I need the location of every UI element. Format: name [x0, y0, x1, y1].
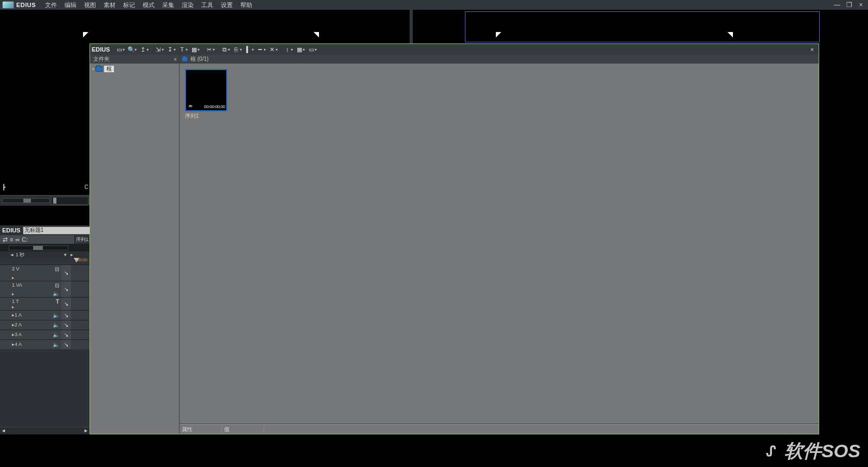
track-header[interactable]: ▸1 A🔈	[0, 311, 61, 320]
track-right-icon[interactable]: ⊟	[55, 282, 59, 288]
folder-tab[interactable]: 文件夹 ×	[90, 55, 179, 64]
track-patch-button[interactable]: ↘	[61, 311, 71, 320]
clip-thumbnail[interactable]: ≐ 00:00:00;00	[185, 69, 227, 111]
menu-设置[interactable]: 设置	[221, 1, 233, 9]
track-patch-button[interactable]: ↘	[61, 330, 71, 339]
track-lane[interactable]	[71, 298, 90, 310]
zoom-label: 1 秒	[16, 251, 25, 258]
tool-a-icon[interactable]: ⇄	[3, 236, 8, 243]
tool-b-icon[interactable]: ≡	[10, 236, 13, 243]
menu-渲染[interactable]: 渲染	[182, 1, 194, 9]
timeline-scrollbar[interactable]: ◄►	[0, 427, 90, 434]
track-right-icon[interactable]: 🔈	[53, 312, 59, 318]
menu-模式[interactable]: 模式	[143, 1, 155, 9]
track-patch-button[interactable]: ↘	[61, 265, 71, 281]
sequence-tab[interactable]: 序列1	[74, 235, 90, 244]
window-maximize-button[interactable]: ❐	[845, 1, 853, 9]
track-header[interactable]: ▸3 A🔈	[0, 330, 61, 339]
menu-编辑[interactable]: 编辑	[65, 1, 76, 9]
timeline-ruler[interactable]: |00:00	[0, 258, 90, 264]
track-patch-button[interactable]: ↘	[61, 340, 71, 349]
track-2V[interactable]: 2 V▸⊟↘	[0, 264, 90, 281]
chevron-down-icon[interactable]: ▾	[213, 47, 215, 52]
chevron-down-icon[interactable]: ▾	[186, 47, 188, 52]
track-patch-button[interactable]: ↘	[61, 281, 71, 297]
bin-content-tab[interactable]: 根 (0/1)	[180, 55, 819, 64]
chevron-right-icon[interactable]: ▸	[12, 275, 14, 280]
track-▸1A[interactable]: ▸1 A🔈↘	[0, 310, 90, 320]
track-right-icon[interactable]: 🔈	[53, 322, 59, 328]
track-lane[interactable]	[71, 330, 90, 339]
chevron-right-icon[interactable]: ▸	[12, 292, 14, 296]
track-name: ▸1 A	[12, 312, 22, 318]
chevron-down-icon[interactable]: ▾	[252, 47, 254, 52]
menu-文件[interactable]: 文件	[45, 1, 57, 9]
track-right-icon[interactable]: 🔈	[53, 332, 59, 338]
track-right-icon[interactable]: ⊟	[55, 266, 59, 272]
track-lane[interactable]	[71, 265, 90, 281]
tool-c-icon[interactable]: C:	[22, 236, 28, 243]
tree-collapse-icon[interactable]: ▪	[92, 66, 94, 72]
chevron-down-icon[interactable]: ▾	[162, 47, 164, 52]
menu-采集[interactable]: 采集	[162, 1, 174, 9]
folder-tree[interactable]: ▪ 根	[90, 64, 179, 74]
chevron-down-icon[interactable]: ▾	[303, 47, 305, 52]
tool-link-icon[interactable]: ∞	[15, 236, 20, 243]
chevron-right-icon[interactable]: ▸	[12, 305, 14, 310]
jog-slider[interactable]	[51, 197, 88, 205]
folder-tab-close-icon[interactable]: ×	[174, 56, 177, 62]
program-monitor[interactable]	[413, 10, 868, 43]
chevron-down-icon[interactable]: ▾	[276, 47, 278, 52]
track-header[interactable]: 1 T▸T	[0, 298, 61, 310]
track-header[interactable]: ▸4 A🔈	[0, 340, 61, 349]
track-patch-button[interactable]: ↘	[61, 320, 71, 330]
chevron-down-icon[interactable]: ▾	[240, 47, 242, 52]
source-monitor[interactable]	[0, 10, 410, 43]
track-1T[interactable]: 1 T▸T↘	[0, 297, 90, 310]
chevron-down-icon[interactable]: ▾	[174, 47, 176, 52]
prop-col-attr[interactable]: 属性	[180, 426, 222, 433]
window-minimize-button[interactable]: —	[833, 1, 841, 9]
timeline-brand: EDIUS	[2, 227, 21, 234]
folder-root[interactable]: ▪ 根	[92, 66, 177, 72]
clip-item[interactable]: ≐ 00:00:00;00 序列1	[185, 69, 228, 120]
track-right-icon[interactable]: T	[56, 299, 59, 305]
chevron-down-icon[interactable]: ▾	[228, 47, 230, 52]
chevron-down-icon[interactable]: ▾	[264, 47, 266, 52]
menu-工具[interactable]: 工具	[201, 1, 213, 9]
track-lane[interactable]	[71, 320, 90, 330]
menu-视图[interactable]: 视图	[84, 1, 96, 9]
project-name-input[interactable]	[23, 226, 95, 235]
window-close-button[interactable]: ×	[857, 1, 865, 9]
menu-标记[interactable]: 标记	[123, 1, 135, 9]
shuttle-slider[interactable]	[2, 198, 50, 203]
track-header[interactable]: ▸2 A🔈	[0, 320, 61, 330]
player-area[interactable]: ┣ C	[0, 43, 90, 195]
track-header[interactable]: 2 V▸⊟	[0, 265, 61, 281]
clip-label: 序列1	[185, 112, 228, 120]
chevron-down-icon[interactable]: ▾	[146, 47, 149, 52]
track-1VA[interactable]: 1 VA▸⊟🔈↘	[0, 281, 90, 297]
prop-col-val[interactable]: 值	[222, 426, 264, 433]
mark-out-icon	[314, 32, 319, 37]
chevron-down-icon[interactable]: ▾	[315, 47, 317, 52]
track-lane[interactable]	[71, 281, 90, 297]
track-patch-button[interactable]: ↘	[61, 298, 71, 310]
menu-帮助[interactable]: 帮助	[240, 1, 252, 9]
track-▸2A[interactable]: ▸2 A🔈↘	[0, 320, 90, 330]
track-▸3A[interactable]: ▸3 A🔈↘	[0, 330, 90, 339]
chevron-down-icon[interactable]: ▾	[135, 47, 137, 52]
chevron-down-icon[interactable]: ▾	[291, 47, 293, 52]
bin-content-area[interactable]: ≐ 00:00:00;00 序列1	[180, 64, 819, 424]
track-mute-icon[interactable]: 🔈	[53, 291, 59, 296]
bin-close-button[interactable]: ×	[807, 45, 817, 54]
menu-素材[interactable]: 素材	[104, 1, 116, 9]
track-right-icon[interactable]: 🔈	[53, 342, 59, 348]
track-header[interactable]: 1 VA▸⊟🔈	[0, 281, 61, 297]
chevron-down-icon[interactable]: ▾	[197, 47, 200, 52]
scale-slider[interactable]	[9, 245, 68, 250]
track-lane[interactable]	[71, 311, 90, 320]
track-▸4A[interactable]: ▸4 A🔈↘	[0, 339, 90, 349]
chevron-down-icon[interactable]: ▾	[123, 47, 125, 52]
track-lane[interactable]	[71, 340, 90, 349]
